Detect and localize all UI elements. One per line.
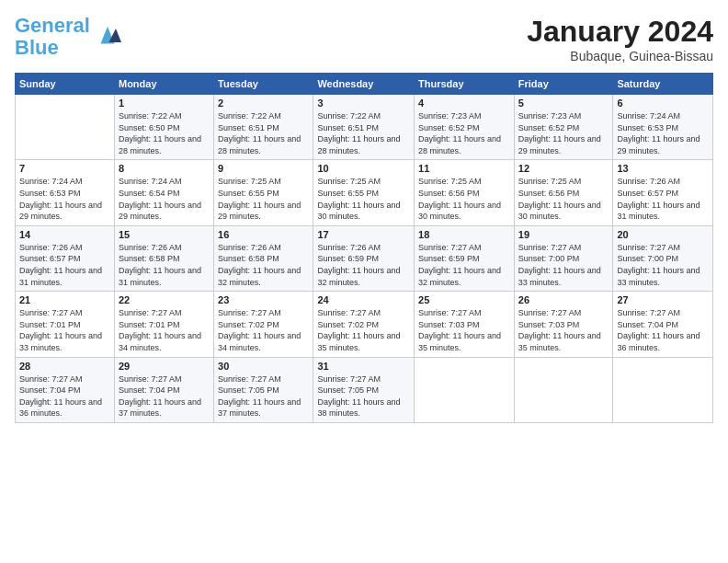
day-number: 5	[518, 98, 609, 109]
day-info: Sunrise: 7:27 AMSunset: 7:04 PMDaylight:…	[617, 307, 709, 353]
day-number: 25	[418, 294, 510, 305]
day-number: 15	[119, 229, 210, 240]
calendar-cell: 30Sunrise: 7:27 AMSunset: 7:05 PMDayligh…	[214, 357, 313, 422]
calendar-cell: 18Sunrise: 7:27 AMSunset: 6:59 PMDayligh…	[415, 225, 515, 291]
calendar-cell: 14Sunrise: 7:26 AMSunset: 6:57 PMDayligh…	[16, 225, 115, 291]
calendar-cell: 24Sunrise: 7:27 AMSunset: 7:02 PMDayligh…	[313, 292, 415, 357]
day-info: Sunrise: 7:26 AMSunset: 6:59 PMDaylight:…	[317, 242, 410, 288]
header-wednesday: Wednesday	[313, 74, 415, 95]
calendar-cell: 20Sunrise: 7:27 AMSunset: 7:00 PMDayligh…	[613, 225, 713, 291]
day-info: Sunrise: 7:27 AMSunset: 7:02 PMDaylight:…	[317, 307, 410, 353]
calendar-cell: 6Sunrise: 7:24 AMSunset: 6:53 PMDaylight…	[613, 95, 713, 160]
day-info: Sunrise: 7:26 AMSunset: 6:57 PMDaylight:…	[19, 242, 110, 288]
day-number: 28	[19, 361, 110, 372]
month-year: January 2024	[527, 15, 713, 49]
calendar-cell: 27Sunrise: 7:27 AMSunset: 7:04 PMDayligh…	[613, 292, 713, 357]
day-number: 16	[218, 229, 309, 240]
day-number: 1	[119, 98, 210, 109]
day-number: 10	[317, 163, 410, 174]
header: GeneralBlue January 2024 Bubaque, Guinea…	[15, 15, 713, 63]
day-info: Sunrise: 7:27 AMSunset: 7:04 PMDaylight:…	[19, 373, 110, 419]
day-number: 4	[418, 98, 510, 109]
day-info: Sunrise: 7:23 AMSunset: 6:52 PMDaylight:…	[518, 110, 609, 156]
day-number: 9	[218, 163, 309, 174]
day-info: Sunrise: 7:24 AMSunset: 6:54 PMDaylight:…	[119, 176, 210, 222]
day-number: 6	[617, 98, 709, 109]
logo-text: GeneralBlue	[15, 15, 90, 59]
calendar-cell: 26Sunrise: 7:27 AMSunset: 7:03 PMDayligh…	[514, 292, 613, 357]
day-number: 18	[418, 229, 510, 240]
calendar-cell: 28Sunrise: 7:27 AMSunset: 7:04 PMDayligh…	[16, 357, 115, 422]
calendar-cell: 23Sunrise: 7:27 AMSunset: 7:02 PMDayligh…	[214, 292, 313, 357]
day-number: 3	[317, 98, 410, 109]
header-thursday: Thursday	[415, 74, 515, 95]
calendar-cell: 13Sunrise: 7:26 AMSunset: 6:57 PMDayligh…	[613, 160, 713, 225]
day-number: 21	[19, 294, 110, 305]
logo: GeneralBlue	[15, 15, 121, 59]
calendar-cell: 16Sunrise: 7:26 AMSunset: 6:58 PMDayligh…	[214, 225, 313, 291]
calendar-cell: 8Sunrise: 7:24 AMSunset: 6:54 PMDaylight…	[114, 160, 213, 225]
header-monday: Monday	[114, 74, 213, 95]
day-info: Sunrise: 7:25 AMSunset: 6:56 PMDaylight:…	[418, 176, 510, 222]
day-info: Sunrise: 7:22 AMSunset: 6:51 PMDaylight:…	[218, 110, 309, 156]
calendar-table: Sunday Monday Tuesday Wednesday Thursday…	[15, 73, 713, 423]
day-info: Sunrise: 7:27 AMSunset: 7:00 PMDaylight:…	[617, 242, 709, 288]
calendar-cell	[415, 357, 515, 422]
day-number: 13	[617, 163, 709, 174]
day-number: 22	[119, 294, 210, 305]
title-area: January 2024 Bubaque, Guinea-Bissau	[527, 15, 713, 63]
calendar-cell: 3Sunrise: 7:22 AMSunset: 6:51 PMDaylight…	[313, 95, 415, 160]
logo-icon	[94, 23, 121, 51]
day-info: Sunrise: 7:27 AMSunset: 6:59 PMDaylight:…	[418, 242, 510, 288]
day-info: Sunrise: 7:27 AMSunset: 7:03 PMDaylight:…	[518, 307, 609, 353]
calendar-cell: 19Sunrise: 7:27 AMSunset: 7:00 PMDayligh…	[514, 225, 613, 291]
day-info: Sunrise: 7:26 AMSunset: 6:57 PMDaylight:…	[617, 176, 709, 222]
day-number: 20	[617, 229, 709, 240]
calendar-cell: 9Sunrise: 7:25 AMSunset: 6:55 PMDaylight…	[214, 160, 313, 225]
day-info: Sunrise: 7:27 AMSunset: 7:02 PMDaylight:…	[218, 307, 309, 353]
day-info: Sunrise: 7:24 AMSunset: 6:53 PMDaylight:…	[617, 110, 709, 156]
calendar-cell: 15Sunrise: 7:26 AMSunset: 6:58 PMDayligh…	[114, 225, 213, 291]
day-number: 7	[19, 163, 110, 174]
calendar-cell: 10Sunrise: 7:25 AMSunset: 6:55 PMDayligh…	[313, 160, 415, 225]
day-number: 27	[617, 294, 709, 305]
calendar-cell: 7Sunrise: 7:24 AMSunset: 6:53 PMDaylight…	[16, 160, 115, 225]
calendar-cell: 21Sunrise: 7:27 AMSunset: 7:01 PMDayligh…	[16, 292, 115, 357]
calendar-week-row: 14Sunrise: 7:26 AMSunset: 6:57 PMDayligh…	[16, 225, 713, 291]
day-number: 31	[317, 361, 410, 372]
day-info: Sunrise: 7:26 AMSunset: 6:58 PMDaylight:…	[218, 242, 309, 288]
day-info: Sunrise: 7:23 AMSunset: 6:52 PMDaylight:…	[418, 110, 510, 156]
calendar-week-row: 1Sunrise: 7:22 AMSunset: 6:50 PMDaylight…	[16, 95, 713, 160]
calendar-week-row: 28Sunrise: 7:27 AMSunset: 7:04 PMDayligh…	[16, 357, 713, 422]
day-info: Sunrise: 7:25 AMSunset: 6:55 PMDaylight:…	[218, 176, 309, 222]
day-number: 26	[518, 294, 609, 305]
day-number: 8	[119, 163, 210, 174]
day-info: Sunrise: 7:27 AMSunset: 7:01 PMDaylight:…	[19, 307, 110, 353]
day-number: 30	[218, 361, 309, 372]
page: GeneralBlue January 2024 Bubaque, Guinea…	[0, 0, 728, 563]
calendar-cell: 31Sunrise: 7:27 AMSunset: 7:05 PMDayligh…	[313, 357, 415, 422]
day-number: 23	[218, 294, 309, 305]
calendar-cell	[16, 95, 115, 160]
calendar-cell: 1Sunrise: 7:22 AMSunset: 6:50 PMDaylight…	[114, 95, 213, 160]
day-info: Sunrise: 7:27 AMSunset: 7:05 PMDaylight:…	[317, 373, 410, 419]
day-number: 19	[518, 229, 609, 240]
header-tuesday: Tuesday	[214, 74, 313, 95]
header-friday: Friday	[514, 74, 613, 95]
calendar-cell	[514, 357, 613, 422]
day-number: 2	[218, 98, 309, 109]
header-sunday: Sunday	[16, 74, 115, 95]
calendar-cell: 11Sunrise: 7:25 AMSunset: 6:56 PMDayligh…	[415, 160, 515, 225]
calendar-cell: 17Sunrise: 7:26 AMSunset: 6:59 PMDayligh…	[313, 225, 415, 291]
calendar-week-row: 7Sunrise: 7:24 AMSunset: 6:53 PMDaylight…	[16, 160, 713, 225]
day-info: Sunrise: 7:27 AMSunset: 7:05 PMDaylight:…	[218, 373, 309, 419]
calendar-cell	[613, 357, 713, 422]
calendar-cell: 29Sunrise: 7:27 AMSunset: 7:04 PMDayligh…	[114, 357, 213, 422]
day-number: 17	[317, 229, 410, 240]
day-info: Sunrise: 7:27 AMSunset: 7:04 PMDaylight:…	[119, 373, 210, 419]
calendar-cell: 22Sunrise: 7:27 AMSunset: 7:01 PMDayligh…	[114, 292, 213, 357]
day-number: 29	[119, 361, 210, 372]
day-info: Sunrise: 7:22 AMSunset: 6:51 PMDaylight:…	[317, 110, 410, 156]
calendar-cell: 25Sunrise: 7:27 AMSunset: 7:03 PMDayligh…	[415, 292, 515, 357]
day-info: Sunrise: 7:26 AMSunset: 6:58 PMDaylight:…	[119, 242, 210, 288]
